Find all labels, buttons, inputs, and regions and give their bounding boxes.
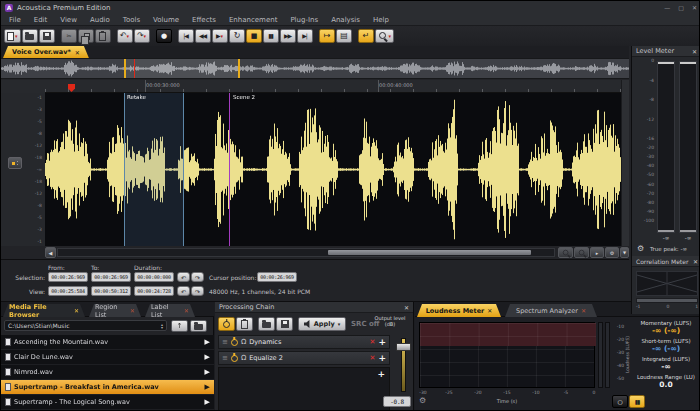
go-to-start-button[interactable]: |◀ [178, 29, 194, 43]
zoom-tool-button[interactable]: ▾ [375, 29, 395, 43]
paste-button[interactable] [95, 29, 111, 43]
tab-close-icon[interactable]: ✕ [184, 307, 189, 314]
menu-effects[interactable]: Effects [192, 16, 216, 24]
remove-effect-icon[interactable]: ✕ [370, 338, 376, 346]
menu-volume[interactable]: Volume [153, 16, 179, 24]
loop-selection-button[interactable]: ↵ [358, 29, 374, 43]
preview-play-icon[interactable]: ▶ [205, 383, 210, 391]
panel-close-icon[interactable]: ✕ [404, 304, 409, 311]
time-ruler[interactable]: 00:00:30:000 00:00:40:000 [45, 80, 621, 93]
play-button[interactable]: ▶▾ [212, 29, 228, 43]
tab-close-icon[interactable]: ✕ [74, 307, 79, 314]
region-retake[interactable]: Retake [124, 93, 184, 246]
zoom-menu-button[interactable]: ▸ [590, 247, 604, 258]
maximize-button[interactable]: ▢ [678, 4, 684, 11]
effect-power-icon[interactable] [231, 339, 238, 346]
file-row[interactable]: Ascending the Mountain.wav▶ [1, 335, 214, 350]
path-select[interactable]: C:\Users\Stian\Music ▴▾ [4, 320, 167, 331]
wrench-icon[interactable]: ⚙ [419, 396, 426, 405]
selection-to-field[interactable]: 00:00:26:969 [91, 272, 131, 282]
headphones-icon[interactable]: Ω [241, 338, 246, 346]
add-effect-icon[interactable]: + [378, 337, 386, 347]
monitor-button[interactable]: ▤ [336, 29, 352, 43]
record-button[interactable]: ● [156, 29, 172, 43]
apply-button[interactable]: Apply▾ [298, 317, 346, 331]
menu-enhancement[interactable]: Enhancement [229, 16, 277, 24]
overview-waveform[interactable] [1, 59, 629, 78]
preview-play-icon[interactable]: ▶ [205, 338, 210, 346]
output-slider-handle[interactable] [396, 343, 411, 351]
panel-close-icon[interactable]: ✕ [693, 258, 698, 265]
save-button[interactable] [39, 29, 55, 43]
pause-button[interactable]: ▮▮ [263, 29, 279, 43]
output-level-value[interactable]: -0.8 [383, 396, 411, 407]
folder-up-button[interactable]: ↑ [171, 320, 188, 332]
tab-spectrum-analyzer[interactable]: Spectrum Analyzer✕ [505, 304, 597, 317]
hscroll-track[interactable] [57, 248, 555, 257]
preview-play-icon[interactable]: ▶ [205, 353, 210, 361]
tab-voice-over[interactable]: Voice Over.wav* ✕ [3, 46, 89, 58]
menu-file[interactable]: File [9, 16, 21, 24]
chain-copy-button[interactable] [236, 317, 253, 331]
marker-scene2-line[interactable] [229, 93, 230, 246]
rewind-button[interactable]: ◀◀ [195, 29, 211, 43]
view-to-field[interactable]: 00:00:50:312 [91, 286, 131, 296]
hscroll-thumb[interactable] [328, 250, 531, 255]
preview-play-icon[interactable]: ▶ [205, 368, 210, 376]
zoom-in-button[interactable] [558, 247, 573, 258]
panel-close-icon[interactable]: ✕ [692, 48, 697, 55]
file-row[interactable]: Supertramp - The Logical Song.wav▶ [1, 395, 214, 410]
tab-close-icon[interactable]: ✕ [581, 307, 586, 314]
chain-item-dynamics[interactable]: ≡ Ω Dynamics ✕ + [218, 335, 390, 349]
headphones-icon[interactable]: Ω [241, 354, 246, 362]
remove-effect-icon[interactable]: ✕ [370, 354, 376, 362]
menu-analysis[interactable]: Analysis [331, 16, 360, 24]
menu-tools[interactable]: Tools [123, 16, 140, 24]
follow-playhead-button[interactable]: ↦ [319, 29, 335, 43]
browse-folder-button[interactable] [190, 320, 207, 332]
scroll-left-button[interactable]: ◀ [45, 247, 56, 258]
chain-load-button[interactable] [258, 317, 275, 331]
undo-button[interactable]: ↶▾ [117, 29, 133, 43]
scroll-down-button[interactable]: ▼ [620, 247, 629, 258]
channel-button[interactable] [8, 157, 22, 169]
effect-power-icon[interactable] [231, 355, 238, 362]
view-redo-button[interactable]: ↷ [191, 286, 204, 296]
wrench-icon[interactable]: ⚙ [637, 244, 644, 253]
go-to-end-button[interactable]: ▶| [297, 29, 313, 43]
fast-forward-button[interactable]: ▶▶ [280, 29, 296, 43]
selection-from-field[interactable]: 00:00:26:969 [48, 272, 88, 282]
tab-close-icon[interactable]: ✕ [130, 307, 135, 314]
loudness-reset-button[interactable]: ○ [612, 395, 628, 408]
tab-close-icon[interactable]: ✕ [75, 49, 80, 56]
overview-view-window[interactable] [124, 59, 240, 78]
stop-button[interactable]: ■ [246, 29, 262, 43]
loudness-pause-button[interactable]: ▮▮ [629, 395, 645, 408]
cut-button[interactable]: ✂ [61, 29, 77, 43]
minimize-button[interactable]: — [664, 4, 670, 11]
tab-label-list[interactable]: Label List✕ [145, 304, 195, 317]
chain-item-equalize[interactable]: ≡ Ω Equalize 2 ✕ + [218, 351, 390, 365]
view-from-field[interactable]: 00:00:25:584 [48, 286, 88, 296]
new-file-button[interactable]: ▾ [4, 29, 21, 43]
file-row[interactable]: Clair De Lune.wav▶ [1, 350, 214, 365]
menu-plugins[interactable]: Plug-Ins [290, 16, 318, 24]
drag-handle-icon[interactable]: ≡ [222, 338, 228, 346]
vertical-scrollbar[interactable] [621, 80, 629, 246]
add-effect-icon[interactable]: + [377, 369, 385, 379]
tab-media-file-browser[interactable]: Media File Browser✕ [3, 304, 85, 317]
loop-playback-button[interactable]: ↻ [229, 29, 245, 43]
preview-play-icon[interactable]: ▶ [205, 398, 210, 406]
menu-help[interactable]: Help [373, 16, 389, 24]
copy-button[interactable] [78, 29, 94, 43]
view-undo-button[interactable]: ↶ [177, 286, 190, 296]
tab-loudness-meter[interactable]: Loudness Meter✕ [417, 304, 501, 317]
add-effect-icon[interactable]: + [378, 353, 386, 363]
file-row[interactable]: Nimrod.wav▶ [1, 365, 214, 380]
chain-enable-button[interactable] [218, 317, 235, 331]
waveform-overview[interactable] [1, 58, 629, 79]
tab-region-list[interactable]: Region List✕ [89, 304, 141, 317]
file-row-selected[interactable]: Supertramp - Breakfast in America.wav▶ [1, 380, 214, 395]
selection-redo-button[interactable]: ↷ [191, 272, 204, 282]
chain-save-button[interactable] [276, 317, 293, 331]
